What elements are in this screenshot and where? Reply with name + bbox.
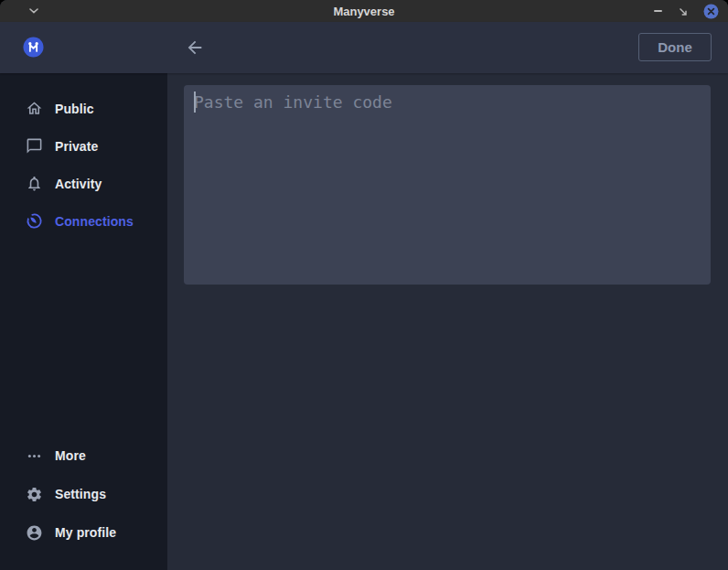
manyverse-logo-icon: [23, 37, 44, 58]
sidebar-item-my-profile[interactable]: My profile: [0, 513, 167, 552]
restore-button[interactable]: [678, 6, 688, 16]
window-title: Manyverse: [0, 5, 728, 18]
restore-icon: [678, 6, 688, 16]
sidebar-spacer: [0, 240, 167, 436]
minimize-icon: [654, 10, 662, 12]
sidebar-item-more[interactable]: More: [0, 436, 167, 475]
sidebar-item-connections[interactable]: Connections: [0, 202, 167, 240]
sidebar-item-label: Private: [55, 139, 98, 154]
sidebar: Public Private Activity Connections More…: [0, 73, 167, 570]
sidebar-item-settings[interactable]: Settings: [0, 475, 167, 513]
invite-code-input[interactable]: [184, 85, 711, 285]
sidebar-item-label: Public: [55, 102, 94, 116]
home-icon: [26, 100, 43, 117]
window-controls: [654, 0, 719, 22]
close-icon: [703, 4, 719, 19]
back-button[interactable]: [185, 38, 205, 58]
sidebar-item-private[interactable]: Private: [0, 127, 167, 165]
sidebar-top-group: Public Private Activity Connections: [0, 90, 167, 240]
invite-code-area: [184, 85, 711, 285]
profile-icon: [26, 524, 43, 542]
minimize-button[interactable]: [654, 10, 662, 12]
arrow-left-icon: [185, 38, 205, 58]
main-content: [167, 73, 728, 570]
sidebar-item-label: Activity: [55, 177, 102, 191]
more-dots-icon: [26, 447, 43, 465]
manyverse-window: Manyverse Done: [0, 0, 728, 570]
sidebar-bottom-group: More Settings My profile: [0, 436, 167, 552]
done-button[interactable]: Done: [638, 33, 712, 61]
sidebar-item-label: Connections: [55, 214, 134, 229]
sidebar-item-label: My profile: [55, 525, 116, 540]
gear-icon: [26, 486, 43, 503]
sidebar-item-activity[interactable]: Activity: [0, 165, 167, 202]
sidebar-item-label: More: [55, 448, 86, 463]
window-titlebar: Manyverse: [0, 0, 728, 22]
close-button[interactable]: [703, 4, 719, 19]
message-icon: [26, 137, 43, 155]
bell-icon: [26, 175, 43, 192]
connections-icon: [26, 212, 43, 230]
sidebar-item-label: Settings: [55, 487, 106, 501]
sidebar-item-public[interactable]: Public: [0, 90, 167, 127]
window-menu-chevron-icon[interactable]: [29, 8, 38, 14]
app-header: Done: [0, 22, 728, 73]
